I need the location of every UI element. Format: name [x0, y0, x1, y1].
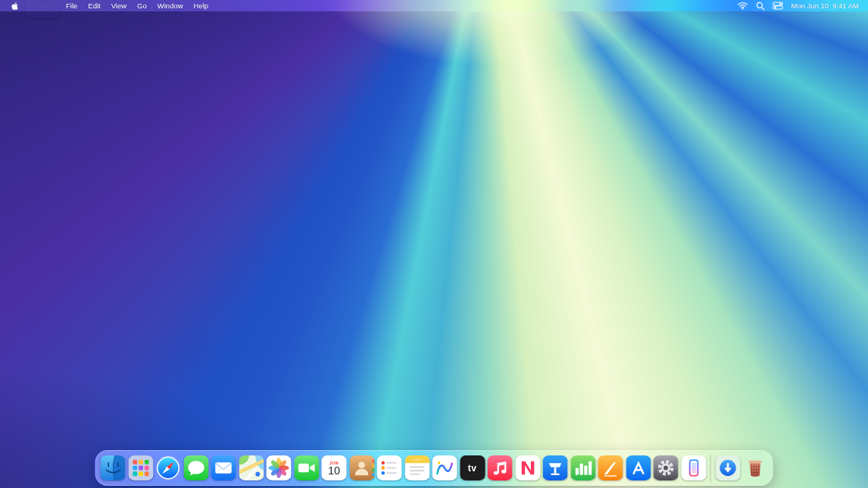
menu-edit[interactable]: Edit: [83, 2, 105, 10]
menu-go[interactable]: Go: [132, 2, 152, 10]
apple-menu[interactable]: [9, 2, 25, 11]
dock-divider: [710, 455, 711, 482]
dock-calendar[interactable]: JUN 10: [321, 455, 348, 481]
dock-trash[interactable]: [742, 455, 769, 481]
menu-file[interactable]: File: [61, 2, 83, 10]
clock-date: Mon Jun 10: [791, 2, 829, 10]
dock-keynote[interactable]: [542, 455, 569, 481]
keynote-icon: [543, 455, 568, 480]
wifi-status[interactable]: [737, 2, 748, 10]
pages-icon: [598, 455, 623, 480]
downloads-icon: [715, 455, 740, 480]
dock-tv[interactable]: tv: [459, 455, 486, 481]
reminders-icon: [377, 455, 402, 480]
facetime-icon: [294, 455, 319, 480]
menu-view[interactable]: View: [106, 2, 132, 10]
calendar-day-label: 10: [328, 465, 340, 477]
tv-logo-label: tv: [468, 463, 477, 474]
dock-messages[interactable]: [183, 455, 209, 481]
dock-mail[interactable]: [211, 455, 237, 481]
contacts-icon: [349, 455, 374, 480]
dock-iphone-mirroring[interactable]: [680, 455, 707, 481]
dock-reminders[interactable]: [376, 455, 403, 481]
dock-downloads[interactable]: [714, 455, 741, 481]
spotlight-search-icon: [756, 2, 765, 11]
dock-maps[interactable]: [238, 455, 264, 481]
launchpad-icon: [128, 455, 153, 480]
control-center-icon: [773, 2, 783, 10]
calendar-icon: JUN 10: [322, 455, 347, 480]
dock-photos[interactable]: [266, 455, 292, 481]
music-icon: [488, 455, 513, 480]
dock-contacts[interactable]: [348, 455, 375, 481]
dock-system-settings[interactable]: [653, 455, 679, 481]
finder-icon: [101, 455, 126, 480]
menu-bar-right: Mon Jun 10 9:41 AM: [737, 2, 859, 11]
safari-icon: [156, 455, 181, 480]
dock-safari[interactable]: [155, 455, 182, 481]
news-icon: [515, 455, 540, 480]
notes-icon: [404, 455, 429, 480]
system-settings-icon: [654, 455, 679, 480]
dock: JUN 10: [95, 450, 773, 486]
dock-numbers[interactable]: [570, 455, 596, 481]
messages-icon: [183, 455, 208, 480]
dock-music[interactable]: [487, 455, 514, 481]
maps-icon: [239, 455, 264, 480]
dock-freeform[interactable]: [432, 455, 458, 481]
tv-icon: tv: [460, 455, 485, 480]
spotlight-search[interactable]: [756, 2, 765, 11]
dock-finder[interactable]: [100, 455, 126, 481]
wifi-icon: [737, 2, 748, 10]
photos-icon: [267, 455, 292, 480]
dock-launchpad[interactable]: [127, 455, 154, 481]
menu-bar: Finder File Edit View Go Window Help: [0, 0, 868, 11]
apple-icon: [11, 2, 19, 11]
dock-notes[interactable]: [404, 455, 430, 481]
mail-icon: [211, 455, 236, 480]
dock-news[interactable]: [514, 455, 541, 481]
dock-facetime[interactable]: [293, 455, 320, 481]
numbers-icon: [570, 455, 595, 480]
clock-time: 9:41 AM: [832, 2, 859, 10]
app-store-icon: [626, 455, 651, 480]
iphone-mirroring-icon: [681, 455, 706, 480]
control-center[interactable]: [773, 2, 783, 10]
menu-finder[interactable]: Finder: [25, 0, 61, 18]
freeform-icon: [432, 455, 457, 480]
trash-icon: [743, 455, 768, 480]
menu-window[interactable]: Window: [152, 2, 189, 10]
dock-app-store[interactable]: [625, 455, 651, 481]
menu-bar-left: Finder File Edit View Go Window Help: [9, 0, 214, 18]
desktop-wallpaper: Finder File Edit View Go Window Help: [0, 0, 868, 488]
menu-help[interactable]: Help: [189, 2, 214, 10]
menu-bar-clock[interactable]: Mon Jun 10 9:41 AM: [791, 2, 859, 10]
dock-pages[interactable]: [598, 455, 624, 481]
